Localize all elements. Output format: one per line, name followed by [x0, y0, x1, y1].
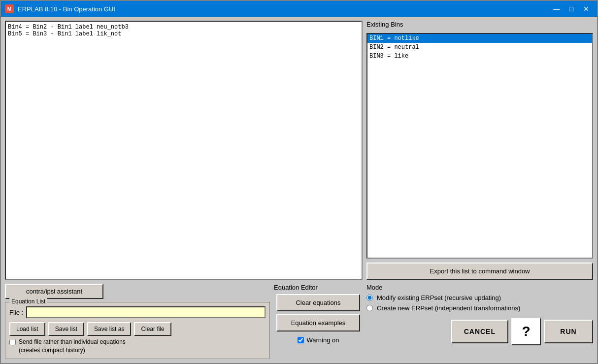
editor-panel [5, 21, 363, 280]
equation-list-label: Equation List [9, 298, 47, 305]
clear-file-button[interactable]: Clear file [134, 322, 171, 336]
maximize-button[interactable]: □ [565, 3, 578, 15]
equation-editor-textarea[interactable] [5, 21, 363, 280]
list-item[interactable]: BIN3 = like [367, 52, 592, 61]
minimize-button[interactable]: — [550, 3, 564, 15]
main-content: Existing Bins BIN1 = notlike BIN2 = neut… [1, 17, 597, 363]
equation-editor-group: Equation Editor Clear equations Equation… [274, 284, 363, 344]
warning-row: Warning on [298, 336, 339, 344]
mode-group: Mode Modify existing ERPset (recursive u… [366, 284, 593, 312]
main-window: M ERPLAB 8.10 - Bin Operation GUI — □ ✕ … [0, 0, 598, 364]
app-icon: M [5, 4, 14, 13]
title-bar-controls: — □ ✕ [550, 3, 593, 15]
top-area: Existing Bins BIN1 = notlike BIN2 = neut… [5, 21, 593, 280]
clear-equations-button[interactable]: Clear equations [276, 294, 360, 311]
right-panel: Existing Bins BIN1 = notlike BIN2 = neut… [366, 21, 593, 280]
action-buttons: CANCEL ? RUN [366, 318, 593, 345]
equation-editor-label: Equation Editor [274, 284, 318, 291]
send-file-row: Send file rather than individual equatio… [9, 338, 266, 355]
title-bar-text: ERPLAB 8.10 - Bin Operation GUI [18, 5, 550, 13]
radio-modify-row: Modify existing ERPset (recursive updati… [366, 294, 593, 301]
mode-label: Mode [366, 284, 593, 291]
radio-modify-label: Modify existing ERPset (recursive updati… [377, 294, 501, 301]
equation-list-group: Equation List File : Load list Save list… [5, 302, 270, 359]
title-bar: M ERPLAB 8.10 - Bin Operation GUI — □ ✕ [1, 1, 597, 17]
equation-examples-button[interactable]: Equation examples [276, 314, 360, 331]
save-list-button[interactable]: Save list [48, 322, 84, 336]
list-item[interactable]: BIN1 = notlike [367, 34, 592, 43]
right-bottom: Mode Modify existing ERPset (recursive u… [366, 284, 593, 345]
help-button[interactable]: ? [511, 318, 541, 345]
save-list-as-button[interactable]: Save list as [87, 322, 131, 336]
file-input[interactable] [26, 306, 266, 318]
close-button[interactable]: ✕ [579, 3, 593, 15]
existing-bins-list[interactable]: BIN1 = notlike BIN2 = neutral BIN3 = lik… [366, 33, 593, 259]
warning-checkbox[interactable] [298, 337, 304, 343]
radio-create-label: Create new ERPset (independent transform… [377, 304, 520, 312]
send-file-checkbox[interactable] [9, 339, 16, 345]
radio-modify[interactable] [366, 295, 373, 301]
file-row: File : [9, 306, 266, 318]
send-file-label: Send file rather than individual equatio… [19, 338, 126, 355]
run-button[interactable]: RUN [544, 320, 593, 343]
radio-create[interactable] [366, 305, 373, 311]
radio-create-row: Create new ERPset (independent transform… [366, 304, 593, 312]
export-button[interactable]: Export this list to command window [366, 263, 593, 280]
load-list-button[interactable]: Load list [9, 322, 45, 336]
list-buttons-row: Load list Save list Save list as Clear f… [9, 322, 266, 336]
left-bottom: contra/ipsi assistant Equation List File… [5, 284, 270, 359]
list-item[interactable]: BIN2 = neutral [367, 43, 592, 52]
bottom-area: contra/ipsi assistant Equation List File… [5, 284, 593, 359]
warning-label: Warning on [307, 336, 339, 344]
file-label: File : [9, 309, 23, 316]
existing-bins-label: Existing Bins [366, 21, 593, 28]
contra-ipsi-button[interactable]: contra/ipsi assistant [5, 284, 103, 299]
cancel-button[interactable]: CANCEL [451, 320, 508, 343]
